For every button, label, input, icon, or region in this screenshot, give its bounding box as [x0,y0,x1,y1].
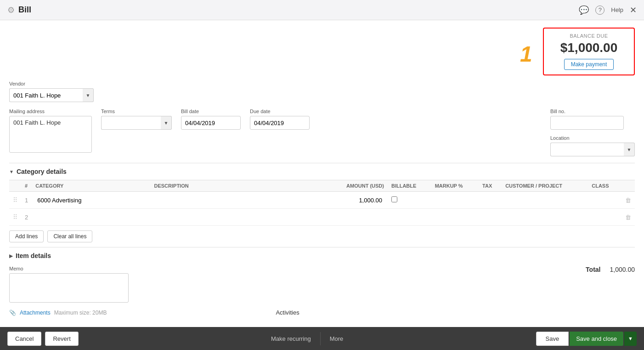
help-label[interactable]: Help [611,6,623,13]
make-payment-button[interactable]: Make payment [564,59,614,70]
billable-cell-1[interactable] [388,192,431,209]
tax-cell-1[interactable] [479,192,502,209]
bottom-section: Memo Total 1,000.00 [9,266,635,303]
category-input-2[interactable] [35,212,147,223]
markup-cell-2[interactable] [431,209,479,226]
cancel-button[interactable]: Cancel [7,332,41,346]
balance-due-wrapper: 1 BALANCE DUE $1,000.00 Make payment [543,28,635,75]
settings-icon[interactable]: ⚙ [7,5,15,15]
save-and-close-button[interactable]: Save and close [570,332,623,346]
terms-group: Terms ▼ [101,109,172,130]
delete-row-2[interactable]: 🗑 [621,209,635,226]
terms-dropdown-arrow[interactable]: ▼ [161,116,172,130]
terms-wrap: ▼ [101,116,172,130]
location-wrap: ▼ [550,143,635,156]
table-actions: Add lines Clear all lines [9,230,635,242]
badge-number: 1 [520,41,532,67]
location-dropdown-arrow[interactable]: ▼ [624,143,635,156]
markup-cell-1[interactable] [431,192,479,209]
terms-label: Terms [101,109,172,114]
vendor-select-wrap: ▼ [9,88,94,102]
description-cell-2[interactable] [150,209,269,226]
col-category: CATEGORY [32,180,150,192]
billable-cell-2[interactable] [388,209,431,226]
customer-project-cell-1[interactable] [502,192,588,209]
attachments-label[interactable]: Attachments [20,310,51,316]
amount-input-2[interactable] [273,212,384,223]
make-recurring-button[interactable]: Make recurring [262,332,321,345]
revert-button[interactable]: Revert [45,332,78,346]
right-fields: Bill no. Location ▼ [550,109,635,156]
balance-due-box: BALANCE DUE $1,000.00 Make payment [543,28,635,75]
tax-cell-2[interactable] [479,209,502,226]
page-title: Bill [18,5,31,15]
total-value: 1,000.00 [610,266,635,273]
top-bar-right: 💬 ? Help ✕ [579,5,637,15]
save-button[interactable]: Save [536,332,569,346]
location-input[interactable] [550,143,624,156]
more-button[interactable]: More [321,332,353,345]
bill-date-group: Bill date [181,109,241,130]
main-content: 1 BALANCE DUE $1,000.00 Make payment Ven… [0,20,644,327]
class-cell-2[interactable] [588,209,621,226]
divider-1 [9,163,635,163]
vendor-section: Vendor ▼ [9,81,635,102]
amount-input-1[interactable] [273,195,384,206]
due-date-group: Due date [250,109,310,130]
paperclip-icon: 📎 [9,310,16,316]
vendor-group: Vendor ▼ [9,81,94,102]
terms-input[interactable] [101,116,161,130]
drag-handle-1[interactable]: ⠿ [9,192,21,209]
bill-no-label: Bill no. [550,109,635,114]
item-details-header[interactable]: ▶ Item details [9,252,635,259]
col-description: DESCRIPTION [150,180,269,192]
help-icon[interactable]: ? [595,6,604,15]
add-lines-button[interactable]: Add lines [9,230,44,242]
category-details-section: ▼ Category details # CATEGORY DESCRIPTIO… [9,168,635,242]
activities-label[interactable]: Activities [276,309,299,316]
category-input-1[interactable] [35,195,147,206]
top-bar-left: ⚙ Bill [7,5,31,15]
table-row: ⠿ 2 🗑 [9,209,635,226]
description-input-1[interactable] [154,195,265,206]
memo-label: Memo [9,266,129,271]
location-label: Location [550,135,635,141]
drag-handle-2[interactable]: ⠿ [9,209,21,226]
divider-2 [9,247,635,247]
col-billable: BILLABLE [388,180,431,192]
memo-textarea[interactable] [9,273,129,303]
mailing-address-value: 001 Faith L. Hope [13,119,61,126]
delete-row-1[interactable]: 🗑 [621,192,635,209]
customer-project-cell-2[interactable] [502,209,588,226]
category-details-header[interactable]: ▼ Category details [9,168,635,175]
due-date-input[interactable] [250,116,310,130]
bill-no-group: Bill no. [550,109,635,130]
bill-no-input[interactable] [550,116,624,130]
description-cell-1[interactable] [150,192,269,209]
chat-icon[interactable]: 💬 [579,5,589,15]
attachments-row: 📎 Attachments Maximum size: 20MB Activit… [9,309,635,316]
vendor-input[interactable] [9,88,83,102]
col-delete [621,180,635,192]
attachments-max-size: Maximum size: 20MB [54,310,107,316]
class-cell-1[interactable] [588,192,621,209]
description-input-2[interactable] [154,212,265,223]
billable-checkbox-1[interactable] [391,196,397,202]
vendor-dropdown-arrow[interactable]: ▼ [83,88,94,102]
clear-all-lines-button[interactable]: Clear all lines [47,230,92,242]
category-cell-1[interactable] [32,192,150,209]
save-close-dropdown-arrow[interactable]: ▼ [624,332,637,346]
amount-cell-2[interactable] [269,209,388,226]
amount-cell-1[interactable] [269,192,388,209]
bill-date-input[interactable] [181,116,241,130]
bottom-bar-left: Cancel Revert [7,332,79,346]
address-date-row: Mailing address 001 Faith L. Hope Terms … [9,109,635,156]
close-icon[interactable]: ✕ [630,5,637,15]
col-num: # [21,180,32,192]
bottom-bar: Cancel Revert Make recurring More Save S… [0,327,644,350]
memo-group: Memo [9,266,129,303]
top-bar: ⚙ Bill 💬 ? Help ✕ [0,0,644,20]
col-customer-project: CUSTOMER / PROJECT [502,180,588,192]
bottom-right-actions: Save Save and close ▼ [536,332,637,346]
category-cell-2[interactable] [32,209,150,226]
